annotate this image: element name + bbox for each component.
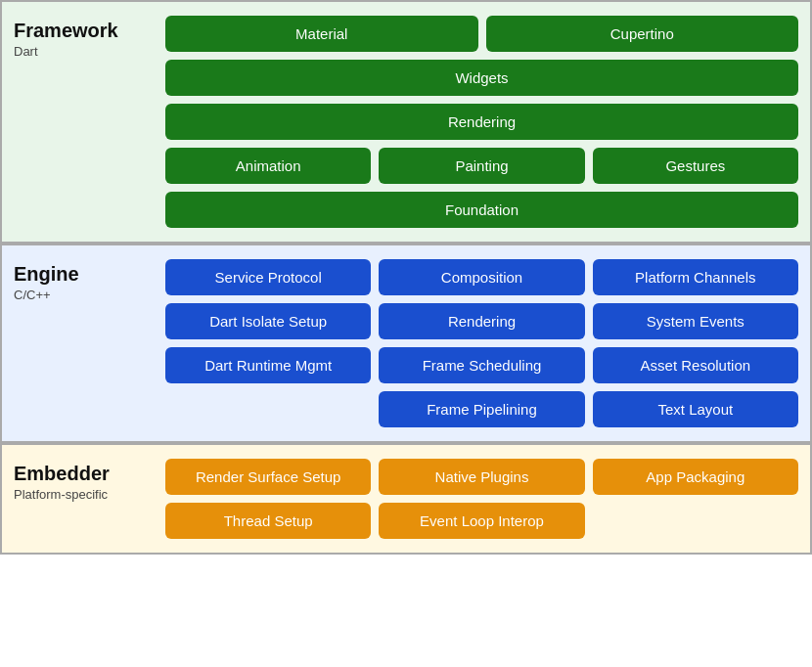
chip[interactable]: App Packaging xyxy=(593,459,798,495)
chip[interactable]: Rendering xyxy=(379,303,584,339)
chip-row: Dart Runtime MgmtFrame SchedulingAsset R… xyxy=(165,347,798,383)
chip-row: Frame PipeliningText Layout xyxy=(165,391,798,427)
engine-subtitle: C/C++ xyxy=(14,288,156,302)
chip[interactable]: Native Plugins xyxy=(379,459,584,495)
chip[interactable]: Render Surface Setup xyxy=(165,459,371,495)
framework-title: Framework xyxy=(14,20,156,42)
embedder-title: Embedder xyxy=(14,463,156,485)
embedder-content: Render Surface SetupNative PluginsApp Pa… xyxy=(165,459,798,539)
chip[interactable]: System Events xyxy=(593,303,798,339)
engine-label: Engine C/C++ xyxy=(14,259,156,427)
chip[interactable]: Platform Channels xyxy=(593,259,798,295)
chip[interactable]: Frame Scheduling xyxy=(379,347,584,383)
chip[interactable]: Cupertino xyxy=(486,16,799,52)
chip[interactable]: Text Layout xyxy=(593,391,798,427)
chip-row: Rendering xyxy=(165,104,798,140)
chip[interactable]: Widgets xyxy=(165,60,798,96)
chip[interactable]: Thread Setup xyxy=(165,503,371,539)
chip[interactable]: Rendering xyxy=(165,104,798,140)
chip-row: Thread SetupEvent Loop Interop xyxy=(165,503,798,539)
engine-section: Engine C/C++ Service ProtocolComposition… xyxy=(0,244,812,443)
embedder-section: Embedder Platform-specific Render Surfac… xyxy=(0,443,812,555)
chip[interactable]: Dart Runtime Mgmt xyxy=(165,347,371,383)
chip-row: Render Surface SetupNative PluginsApp Pa… xyxy=(165,459,798,495)
chip[interactable]: Dart Isolate Setup xyxy=(165,303,371,339)
embedder-subtitle: Platform-specific xyxy=(14,487,156,502)
chip[interactable]: Material xyxy=(165,16,478,52)
chip[interactable]: Service Protocol xyxy=(165,259,371,295)
chip-row: Widgets xyxy=(165,60,798,96)
framework-content: MaterialCupertinoWidgetsRenderingAnimati… xyxy=(165,16,798,228)
embedder-label: Embedder Platform-specific xyxy=(14,459,156,539)
chip-row: Dart Isolate SetupRenderingSystem Events xyxy=(165,303,798,339)
engine-title: Engine xyxy=(14,263,156,286)
framework-section: Framework Dart MaterialCupertinoWidgetsR… xyxy=(0,0,812,244)
chip[interactable]: Painting xyxy=(379,148,584,184)
chip[interactable]: Gestures xyxy=(593,148,798,184)
chip[interactable]: Animation xyxy=(165,148,371,184)
chip[interactable]: Event Loop Interop xyxy=(379,503,584,539)
chip-row: MaterialCupertino xyxy=(165,16,798,52)
chip[interactable]: Frame Pipelining xyxy=(379,391,584,427)
framework-subtitle: Dart xyxy=(14,44,156,59)
chip-row: Service ProtocolCompositionPlatform Chan… xyxy=(165,259,798,295)
chip[interactable]: Foundation xyxy=(165,192,798,228)
framework-label: Framework Dart xyxy=(14,16,156,228)
chip-row: AnimationPaintingGestures xyxy=(165,148,798,184)
chip[interactable]: Asset Resolution xyxy=(593,347,798,383)
engine-content: Service ProtocolCompositionPlatform Chan… xyxy=(165,259,798,427)
chip-row: Foundation xyxy=(165,192,798,228)
chip[interactable]: Composition xyxy=(379,259,584,295)
